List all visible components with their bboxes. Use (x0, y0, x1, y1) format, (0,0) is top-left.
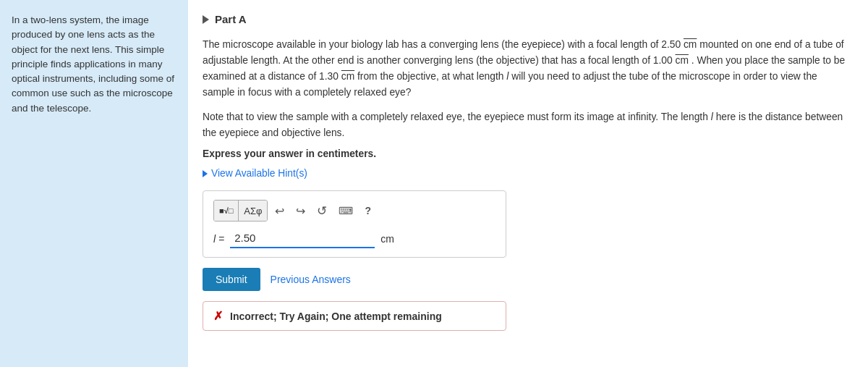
answer-box: ■√□ ΑΣφ ↩ ↪ ↺ ⌨ ? l = cm (203, 190, 506, 258)
reset-btn[interactable]: ↺ (312, 201, 331, 221)
part-label: Part A (215, 13, 247, 25)
input-row: l = cm (213, 229, 495, 248)
express-answer-text: Express your answer in centimeters. (203, 148, 848, 159)
hint-triangle-icon (203, 170, 208, 177)
incorrect-message: Incorrect; Try Again; One attempt remain… (230, 311, 442, 322)
bottom-row: Submit Previous Answers (203, 268, 848, 291)
help-btn[interactable]: ? (360, 203, 375, 219)
unit-label: cm (380, 233, 394, 245)
submit-button[interactable]: Submit (203, 268, 260, 291)
greek-btn[interactable]: ΑΣφ (239, 201, 267, 221)
hint-link-label: View Available Hint(s) (211, 168, 307, 179)
previous-answers-link[interactable]: Previous Answers (271, 274, 351, 285)
left-panel-text: In a two-lens system, the image produced… (12, 13, 176, 116)
hint-link[interactable]: View Available Hint(s) (203, 168, 848, 179)
incorrect-feedback-box: ✗ Incorrect; Try Again; One attempt rema… (203, 301, 506, 331)
toolbar-group-formula: ■√□ ΑΣφ (213, 200, 268, 222)
redo-btn[interactable]: ↪ (292, 202, 310, 220)
undo-btn[interactable]: ↩ (271, 202, 289, 220)
formula-btn[interactable]: ■√□ (214, 201, 239, 221)
collapse-triangle-icon[interactable] (203, 15, 209, 24)
toolbar: ■√□ ΑΣφ ↩ ↪ ↺ ⌨ ? (213, 200, 495, 222)
keyboard-btn[interactable]: ⌨ (334, 203, 357, 219)
answer-input[interactable] (230, 229, 375, 248)
right-panel: Part A The microscope available in your … (188, 0, 868, 367)
incorrect-icon: ✗ (213, 309, 223, 323)
part-header: Part A (203, 13, 848, 25)
note-paragraph: Note that to view the sample with a comp… (203, 109, 848, 141)
question-paragraph1: The microscope available in your biology… (203, 37, 848, 101)
input-label: l = (213, 233, 224, 245)
left-panel: In a two-lens system, the image produced… (0, 0, 188, 367)
